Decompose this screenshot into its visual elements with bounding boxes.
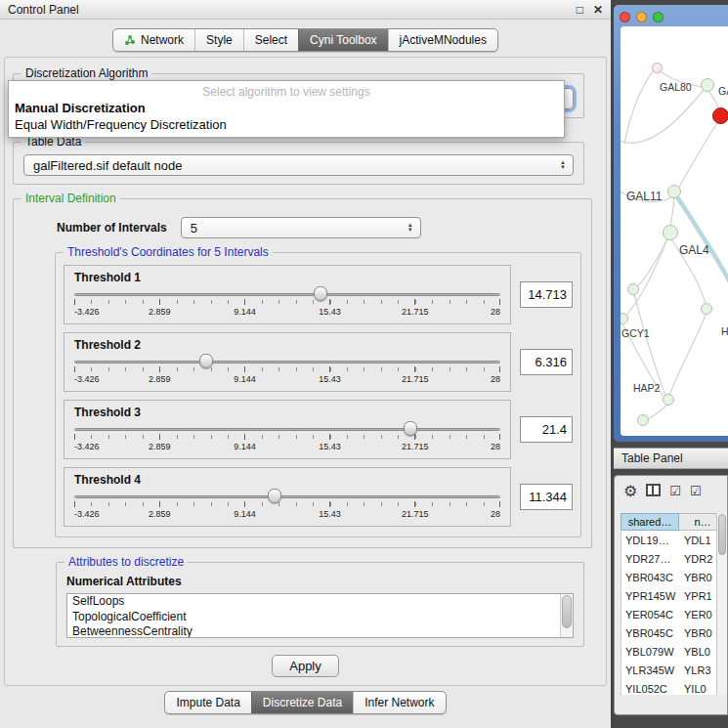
scrollbar-thumb[interactable] xyxy=(562,595,572,628)
control-panel-titlebar: Control Panel □ ✕ xyxy=(0,0,611,20)
tab-label: Infer Network xyxy=(364,696,434,709)
threshold-slider-group: Threshold 1 -3.426 2.859 9.144 15.43 21.… xyxy=(64,265,511,324)
threshold-value-input[interactable]: 14.713 xyxy=(520,281,573,308)
slider-thumb[interactable] xyxy=(199,354,213,368)
network-node-label: HAP2 xyxy=(633,382,660,394)
dropdown-option-equal-width-frequency-discretization[interactable]: Equal Width/Frequency Discretization xyxy=(9,116,564,133)
tab-cyni-toolbox[interactable]: Cyni Toolbox xyxy=(298,29,387,51)
threshold-row: Threshold 2 -3.426 2.859 9.144 15.43 21.… xyxy=(64,332,573,392)
tick-label: 2.859 xyxy=(149,509,171,519)
bottom-tabstrip: Impute Data Discretize Data Infer Networ… xyxy=(0,691,611,714)
highlighted-edge xyxy=(676,195,728,282)
tick-label: 15.43 xyxy=(319,442,341,451)
slider-major-ticks xyxy=(74,501,500,507)
threshold-slider[interactable]: -3.426 2.859 9.144 15.43 21.715 28 xyxy=(74,489,500,524)
tab-network[interactable]: Network xyxy=(113,29,194,51)
list-item[interactable]: TopologicalCoefficient xyxy=(67,610,573,625)
column-header-shared-name[interactable]: shared… xyxy=(621,513,679,531)
table-data-select[interactable]: galFiltered.sif default node ▲▼ xyxy=(23,154,574,176)
slider-thumb[interactable] xyxy=(314,286,327,301)
threshold-slider-group: Threshold 4 -3.426 2.859 9.144 15.43 21.… xyxy=(64,467,511,527)
network-node[interactable] xyxy=(627,283,639,295)
threshold-slider[interactable]: -3.426 2.859 9.144 15.43 21.715 28 xyxy=(74,354,500,389)
tick-label: 9.144 xyxy=(234,374,256,384)
select-visible-columns-icon[interactable]: ☑ xyxy=(690,484,702,498)
algorithm-dropdown-popup: Select algorithm to view settings Manual… xyxy=(8,80,565,138)
table-body: YDL19…YDL1 YDR27…YDR2 YBR043CYBR0 YPR145… xyxy=(621,531,727,695)
group-title: Attributes to discretize xyxy=(64,555,188,569)
network-canvas[interactable]: GAL80 GA GAL11 GAL4 GCY1 H HAP2 xyxy=(621,26,728,436)
tab-label: Select xyxy=(255,33,287,47)
tab-jactivemnodules[interactable]: jActiveMNodules xyxy=(388,29,497,51)
group-title: Discretization Algorithm xyxy=(21,66,151,80)
threshold-value-input[interactable]: 11.344 xyxy=(520,484,573,510)
float-window-button[interactable]: □ xyxy=(577,4,583,16)
table-row[interactable]: YPR145WYPR1 xyxy=(621,586,727,605)
number-of-intervals-row: Number of Intervals 5 ▲▼ xyxy=(57,217,579,238)
number-of-intervals-select[interactable]: 5 ▲▼ xyxy=(181,217,421,238)
window-buttons: □ ✕ xyxy=(577,4,603,16)
slider-thumb[interactable] xyxy=(268,489,281,503)
list-item[interactable]: BetweennessCentrality xyxy=(67,624,573,638)
table-row[interactable]: YBR045CYBR0 xyxy=(621,623,727,642)
tick-label: 21.715 xyxy=(402,374,429,384)
network-node[interactable] xyxy=(701,78,714,92)
table-row[interactable]: YDR27…YDR2 xyxy=(621,549,727,568)
mac-zoom-button[interactable] xyxy=(653,12,664,22)
tab-style[interactable]: Style xyxy=(194,29,243,51)
threshold-slider[interactable]: -3.426 2.859 9.144 15.43 21.715 28 xyxy=(74,421,500,456)
network-node[interactable] xyxy=(701,303,712,315)
apply-button[interactable]: Apply xyxy=(272,655,339,677)
group-attributes-to-discretize: Attributes to discretize Numerical Attri… xyxy=(56,562,584,647)
close-window-button[interactable]: ✕ xyxy=(593,4,603,16)
table-row[interactable]: YBR043CYBR0 xyxy=(621,568,727,586)
network-node[interactable] xyxy=(637,414,649,426)
network-node[interactable] xyxy=(663,225,678,240)
table-row[interactable]: YBL079WYBL0 xyxy=(621,642,727,661)
network-node-label: GA xyxy=(718,85,728,97)
control-panel-tabstrip: Network Style Select Cyni Toolbox jActiv… xyxy=(0,28,611,52)
bottom-tab-group: Impute Data Discretize Data Infer Networ… xyxy=(164,691,446,714)
network-node-selected[interactable] xyxy=(712,107,728,124)
tick-label: 15.43 xyxy=(319,509,341,519)
list-scrollbar[interactable] xyxy=(560,594,573,637)
scrollbar-thumb[interactable] xyxy=(718,514,726,555)
tab-impute-data[interactable]: Impute Data xyxy=(165,692,250,713)
numerical-attributes-list[interactable]: SelfLoops TopologicalCoefficient Between… xyxy=(66,593,574,638)
apply-row: Apply xyxy=(5,655,606,677)
group-thresholds: Threshold's Coordinates for 5 Intervals … xyxy=(55,252,581,537)
tab-infer-network[interactable]: Infer Network xyxy=(353,692,445,713)
tab-discretize-data[interactable]: Discretize Data xyxy=(251,692,353,713)
tick-label: 2.859 xyxy=(149,374,171,384)
threshold-value-input[interactable]: 6.316 xyxy=(520,349,573,375)
table-scrollbar[interactable] xyxy=(716,513,727,695)
table-row[interactable]: YDL19…YDL1 xyxy=(621,531,727,549)
gear-icon[interactable]: ⚙ xyxy=(623,484,637,499)
table-panel-window: ⚙ ☑ ☑ shared… n… YDL19…YDL1 YDR27…YDR2 Y… xyxy=(614,475,728,715)
cell: YBR043C xyxy=(621,572,680,583)
threshold-value-input[interactable]: 21.4 xyxy=(520,416,573,443)
dropdown-option-manual-discretization[interactable]: Manual Discretization xyxy=(9,100,564,116)
mac-minimize-button[interactable] xyxy=(636,12,647,22)
network-node[interactable] xyxy=(652,63,663,73)
network-node[interactable] xyxy=(663,394,674,406)
tick-label: 9.144 xyxy=(234,442,256,451)
table-row[interactable]: YER054CYER0 xyxy=(621,605,727,623)
table-panel-titlebar: Table Panel xyxy=(614,448,728,469)
threshold-slider[interactable]: -3.426 2.859 9.144 15.43 21.715 28 xyxy=(74,286,500,321)
tab-select[interactable]: Select xyxy=(243,29,298,51)
table-row[interactable]: YLR345WYLR3 xyxy=(621,661,727,679)
mac-close-button[interactable] xyxy=(620,12,630,22)
slider-major-ticks xyxy=(74,434,500,440)
tick-label: 21.715 xyxy=(402,509,429,519)
network-icon xyxy=(124,34,136,46)
window-traffic-lights xyxy=(620,12,664,22)
cell: YIL052C xyxy=(621,683,680,695)
list-item[interactable]: SelfLoops xyxy=(67,594,573,610)
network-node[interactable] xyxy=(667,185,681,198)
columns-icon[interactable] xyxy=(646,483,661,500)
select-all-columns-icon[interactable]: ☑ xyxy=(669,484,681,498)
tick-label: 28 xyxy=(491,307,500,317)
table-row[interactable]: YIL052CYIL0 xyxy=(621,679,727,695)
cell: YBL079W xyxy=(621,646,680,658)
